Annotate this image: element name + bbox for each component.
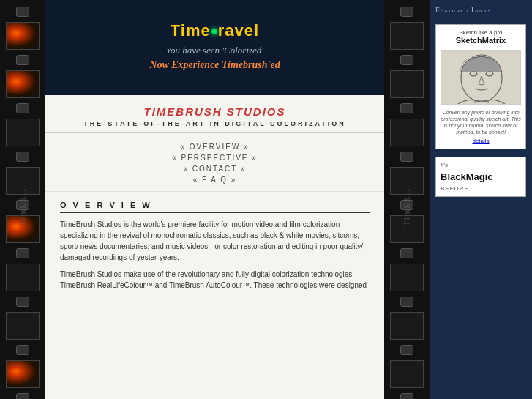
overview-paragraph2: TimeBrush Studios make use of the revolu… <box>60 269 370 291</box>
film-hole <box>16 103 29 113</box>
film-strip-right: TimE&... <box>384 0 430 399</box>
overview-paragraph1: TimeBrush Studios is the world's premier… <box>60 219 370 263</box>
tagline2-prefix: Now Experience <box>149 59 222 70</box>
ad2-before: BEFORE <box>441 185 521 192</box>
logo-part1: Time <box>171 21 211 40</box>
logo-area: Timeravel <box>171 21 259 40</box>
film-frame <box>390 264 424 291</box>
film-strip-right-label: TimE&... <box>403 184 411 225</box>
ad-pre-title-text: Sketch like a pro <box>459 29 502 36</box>
film-frame <box>6 119 40 146</box>
sidebar-ad-sketchmatrix: Sketch like a pro SketchMatrix <box>435 24 526 149</box>
main-content: Timeravel You have seen 'Colorized' Now … <box>45 0 384 399</box>
film-frame <box>390 70 424 98</box>
film-frame <box>390 360 424 388</box>
film-hole <box>16 7 29 17</box>
ad-image-sketch <box>441 50 521 105</box>
right-sidebar: Featured Links Sketch like a pro SketchM… <box>430 0 532 399</box>
film-hole <box>400 55 413 65</box>
film-strip-left: TimE&... <box>0 0 45 399</box>
ad-pretitle: Sketch like a pro SketchMatrix <box>441 29 521 45</box>
logo-part2: ravel <box>218 21 259 40</box>
film-hole <box>16 152 29 162</box>
film-hole <box>400 7 413 17</box>
film-hole <box>400 103 413 113</box>
ad2-label: It's <box>441 162 521 168</box>
film-hole <box>400 248 413 258</box>
film-hole <box>16 248 29 258</box>
content-panel: TIMEBRUSH STUDIOS THE-STATE-OF-THE-ART I… <box>45 95 384 399</box>
overview-section: O V E R V I E W TimeBrush Studios is the… <box>45 192 384 305</box>
film-frame <box>6 264 40 291</box>
sidebar-ad-blackmagic: It's BlackMagic BEFORE <box>435 157 526 197</box>
ad-description: Convert any photo or drawing into profes… <box>441 109 521 135</box>
studio-title: TIMEBRUSH STUDIOS <box>60 105 370 118</box>
nav-link-contact[interactable]: « CONTACT » <box>45 165 384 173</box>
film-frame <box>390 22 424 50</box>
featured-links-label: Featured Links <box>435 6 526 14</box>
film-frame <box>6 360 40 388</box>
film-hole <box>16 345 29 355</box>
film-hole <box>16 393 29 399</box>
ad-main-title[interactable]: SketchMatrix <box>456 36 506 45</box>
film-frame <box>6 22 40 50</box>
tagline2-highlight: Timebrush'ed <box>222 59 280 70</box>
studio-header: TIMEBRUSH STUDIOS THE-STATE-OF-THE-ART I… <box>45 95 384 133</box>
film-hole <box>16 55 29 65</box>
studio-subtitle-highlight: DIGITAL COLORIZATION <box>225 120 346 127</box>
film-hole <box>400 393 413 399</box>
film-strip-label: TimE&... <box>19 184 27 225</box>
film-frame <box>390 119 424 146</box>
studio-subtitle-prefix: THE-STATE-OF-THE-ART IN <box>83 120 225 127</box>
sketch-svg <box>441 51 521 105</box>
nav-link-perspective[interactable]: « PERSPECTIVE » <box>45 154 384 162</box>
nav-links: « OVERVIEW » « PERSPECTIVE » « CONTACT »… <box>45 133 384 192</box>
logo-dot <box>211 29 217 34</box>
film-hole <box>400 152 413 162</box>
logo-text: Timeravel <box>171 21 259 40</box>
film-frame <box>6 312 40 340</box>
tagline2: Now Experience Timebrush'ed <box>149 59 280 71</box>
film-hole <box>400 345 413 355</box>
studio-subtitle: THE-STATE-OF-THE-ART IN DIGITAL COLORIZA… <box>60 120 370 127</box>
nav-link-overview[interactable]: « OVERVIEW » <box>45 143 384 151</box>
header-area: Timeravel You have seen 'Colorized' Now … <box>45 0 384 95</box>
film-frame <box>6 70 40 98</box>
tagline1: You have seen 'Colorized' <box>166 45 263 56</box>
ad-details-link[interactable]: details <box>472 138 489 144</box>
film-frame <box>390 312 424 340</box>
ad2-title[interactable]: BlackMagic <box>441 171 493 182</box>
overview-title: O V E R V I E W <box>60 201 370 213</box>
nav-link-faq[interactable]: « F A Q » <box>45 176 384 184</box>
film-hole <box>400 297 413 307</box>
film-hole <box>16 297 29 307</box>
